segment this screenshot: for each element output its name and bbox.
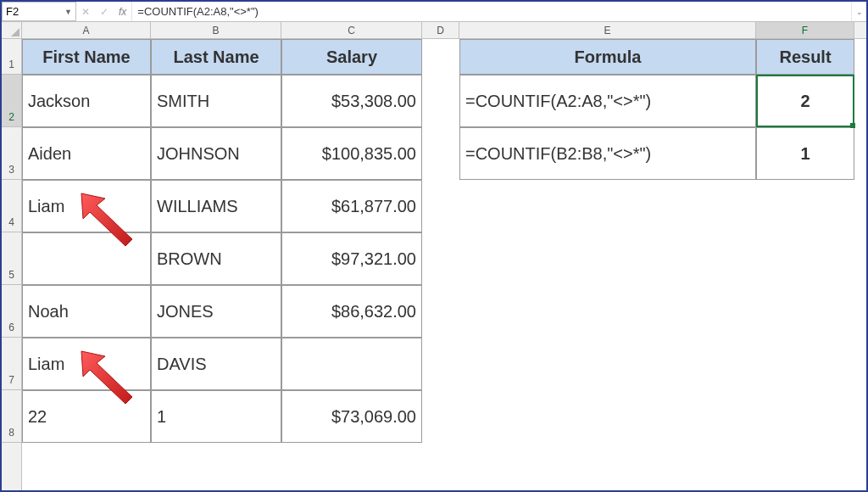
row-header-1[interactable]: 1 bbox=[2, 39, 21, 75]
table-row[interactable]: $61,877.00 bbox=[281, 180, 422, 232]
table-row[interactable]: Liam bbox=[22, 180, 151, 232]
result-cell[interactable]: 2 bbox=[756, 75, 854, 127]
table-row[interactable]: $86,632.00 bbox=[281, 285, 422, 338]
row-header-8[interactable]: 8 bbox=[2, 390, 21, 443]
spreadsheet-grid: ABCDEF 12345678 First NameLast NameSalar… bbox=[2, 22, 866, 490]
table1-header-C[interactable]: Salary bbox=[281, 39, 422, 75]
table2-header-E[interactable]: Formula bbox=[459, 39, 756, 75]
formula-bar: F2 ▼ ✕ ✓ fx =COUNTIF(A2:A8,"<>*") ⌄ bbox=[2, 2, 866, 22]
column-header-A[interactable]: A bbox=[22, 22, 151, 38]
formula-bar-icons: ✕ ✓ fx bbox=[76, 2, 132, 21]
table-row[interactable]: $73,069.00 bbox=[281, 390, 422, 443]
table-row[interactable]: 22 bbox=[22, 390, 151, 443]
name-box-value: F2 bbox=[6, 5, 19, 18]
table-row[interactable]: $100,835.00 bbox=[281, 127, 422, 180]
chevron-down-icon: ▼ bbox=[64, 8, 72, 16]
column-header-C[interactable]: C bbox=[281, 22, 422, 38]
table-row[interactable] bbox=[22, 232, 151, 285]
formula-expand-icon[interactable]: ⌄ bbox=[851, 2, 866, 21]
table-row[interactable] bbox=[281, 338, 422, 390]
table-row[interactable]: BROWN bbox=[151, 232, 281, 285]
result-cell[interactable]: 1 bbox=[756, 127, 854, 180]
table-row[interactable]: WILLIAMS bbox=[151, 180, 281, 232]
formula-cell[interactable]: =COUNTIF(A2:A8,"<>*") bbox=[459, 75, 756, 127]
select-all-corner[interactable] bbox=[2, 22, 22, 39]
confirm-icon[interactable]: ✓ bbox=[100, 6, 108, 18]
formula-text: =COUNTIF(A2:A8,"<>*") bbox=[137, 5, 259, 18]
column-header-D[interactable]: D bbox=[422, 22, 459, 38]
table-row[interactable]: SMITH bbox=[151, 75, 281, 127]
table1-header-B[interactable]: Last Name bbox=[151, 39, 281, 75]
row-headers: 12345678 bbox=[2, 39, 22, 490]
column-header-E[interactable]: E bbox=[459, 22, 756, 38]
cells-area: First NameLast NameSalaryFormulaResultJa… bbox=[22, 39, 866, 490]
column-header-F[interactable]: F bbox=[756, 22, 854, 38]
row-header-7[interactable]: 7 bbox=[2, 338, 21, 390]
fx-icon[interactable]: fx bbox=[119, 6, 126, 18]
table1-header-A[interactable]: First Name bbox=[22, 39, 151, 75]
row-header-2[interactable]: 2 bbox=[2, 75, 21, 127]
table-row[interactable]: Jackson bbox=[22, 75, 151, 127]
table2-header-F[interactable]: Result bbox=[756, 39, 854, 75]
table-row[interactable]: Liam bbox=[22, 338, 151, 390]
row-header-4[interactable]: 4 bbox=[2, 180, 21, 232]
table-row[interactable]: Aiden bbox=[22, 127, 151, 180]
table-row[interactable]: Noah bbox=[22, 285, 151, 338]
row-header-3[interactable]: 3 bbox=[2, 127, 21, 180]
table-row[interactable]: JONES bbox=[151, 285, 281, 338]
row-header-5[interactable]: 5 bbox=[2, 232, 21, 285]
table-row[interactable]: $97,321.00 bbox=[281, 232, 422, 285]
column-header-B[interactable]: B bbox=[151, 22, 281, 38]
column-headers: ABCDEF bbox=[22, 22, 866, 39]
row-header-6[interactable]: 6 bbox=[2, 285, 21, 338]
formula-cell[interactable]: =COUNTIF(B2:B8,"<>*") bbox=[459, 127, 756, 180]
table-row[interactable]: DAVIS bbox=[151, 338, 281, 390]
formula-input[interactable]: =COUNTIF(A2:A8,"<>*") bbox=[132, 2, 851, 21]
table-row[interactable]: $53,308.00 bbox=[281, 75, 422, 127]
cancel-icon[interactable]: ✕ bbox=[81, 6, 90, 18]
name-box[interactable]: F2 ▼ bbox=[2, 2, 76, 21]
table-row[interactable]: JOHNSON bbox=[151, 127, 281, 180]
table-row[interactable]: 1 bbox=[151, 390, 281, 443]
